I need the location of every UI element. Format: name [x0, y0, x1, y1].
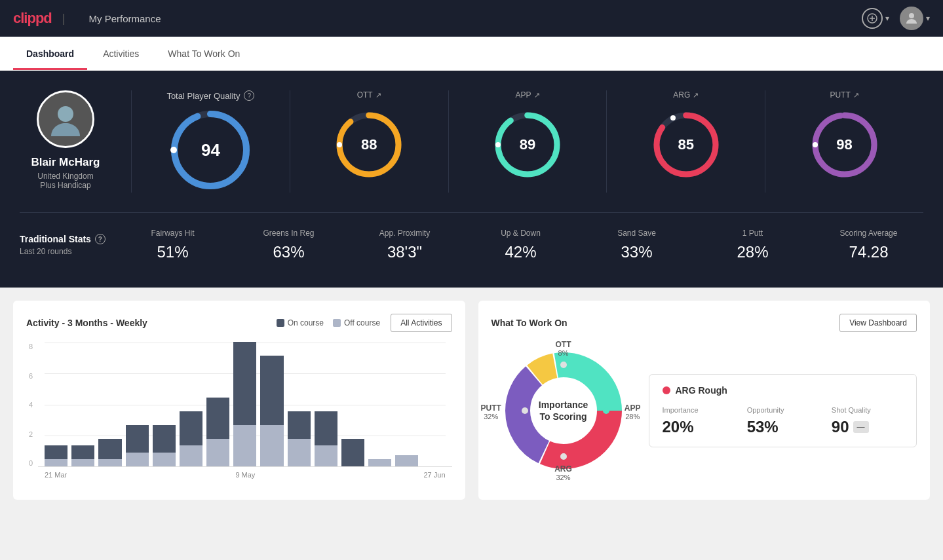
bar-group-3 [126, 425, 149, 466]
bar-on-1 [71, 445, 94, 459]
bar-stack-7 [233, 342, 256, 466]
quality-putt: PUTT ↗ 98 [765, 90, 923, 193]
putt-label: PUTT ↗ [830, 90, 858, 100]
bar-off-4 [153, 453, 176, 466]
app-segment-label: APP [625, 403, 641, 413]
stat-greens-name: Greens In Reg [234, 229, 343, 238]
bar-stack-13 [395, 455, 418, 466]
putt-value: 98 [836, 136, 852, 153]
app-label: APP ↗ [515, 90, 539, 100]
bar-off-2 [98, 459, 121, 466]
chart-bars [38, 343, 452, 467]
y-axis: 8 6 4 2 0 [26, 343, 37, 467]
ott-label: OTT ↗ [357, 90, 381, 100]
traditional-stats: Traditional Stats ? Last 20 rounds Fairw… [20, 212, 923, 261]
bottom-section: Activity - 3 Months - Weekly On course O… [0, 288, 943, 513]
logo-text: clippd [13, 10, 52, 27]
tpq-value: 94 [201, 140, 220, 160]
y-label-4: 4 [26, 401, 33, 409]
trad-stats-help-icon[interactable]: ? [95, 234, 106, 244]
bar-off-10 [315, 445, 337, 466]
putt-arrow: ↗ [853, 91, 859, 100]
stat-oneputt-value: 28% [698, 243, 807, 261]
bar-stack-5 [180, 411, 202, 466]
logo[interactable]: clippd [13, 10, 52, 27]
stat-oneputt-name: 1 Putt [698, 229, 807, 238]
bar-group-10 [315, 411, 337, 466]
chart-legend: On course Off course [277, 318, 381, 327]
all-activities-button[interactable]: All Activities [391, 314, 452, 332]
bar-stack-9 [288, 411, 311, 466]
tpq-help-icon[interactable]: ? [244, 90, 254, 101]
chart-x-labels: 21 Mar 9 May 27 Jun [38, 467, 452, 479]
view-dashboard-button[interactable]: View Dashboard [839, 314, 917, 332]
quality-scores: Total Player Quality ? 94 OTT ↗ [131, 90, 923, 193]
svg-point-25 [531, 378, 596, 443]
tab-what-to-work-on[interactable]: What To Work On [155, 37, 253, 70]
svg-point-14 [495, 142, 501, 147]
putt-segment-label: PUTT [481, 403, 501, 413]
tpq-label: Total Player Quality [166, 91, 240, 101]
nav-right: ▾ ▾ [862, 7, 930, 30]
add-dropdown-arrow[interactable]: ▾ [885, 14, 889, 23]
arg-segment-label: ARG [554, 464, 572, 474]
quality-ott: OTT ↗ 88 [290, 90, 449, 193]
ott-value: 88 [361, 136, 377, 153]
activity-card: Activity - 3 Months - Weekly On course O… [13, 301, 465, 500]
chart-area: 8 6 4 2 0 [26, 343, 452, 487]
user-menu[interactable]: ▾ [900, 7, 930, 30]
arg-rough-card: ARG Rough Importance 20% Opportunity 53%… [649, 374, 917, 447]
tpq-gauge: 94 [168, 107, 253, 193]
putt-segment-value: 32% [481, 413, 501, 420]
ott-gauge: 88 [333, 109, 405, 181]
bar-stack-11 [341, 439, 364, 466]
y-label-6: 6 [26, 372, 33, 380]
user-avatar[interactable] [900, 7, 923, 30]
app-value: 89 [520, 136, 535, 153]
y-label-8: 8 [26, 343, 33, 350]
stat-oneputt: 1 Putt 28% [698, 229, 807, 261]
metric-shotquality-row: 90 — [832, 418, 903, 436]
hero-top: Blair McHarg United Kingdom Plus Handica… [20, 90, 923, 193]
metric-opportunity: Opportunity 53% [747, 406, 818, 436]
donut-label-putt: PUTT 32% [481, 403, 501, 420]
arg-gauge: 85 [650, 109, 722, 181]
bar-group-2 [98, 439, 121, 466]
bar-off-9 [288, 439, 311, 466]
bar-group-8 [260, 356, 283, 466]
stat-sandsave-value: 33% [582, 243, 691, 261]
add-button[interactable] [862, 8, 883, 29]
legend-off-dot [333, 319, 341, 327]
ott-segment-value: 8% [556, 349, 571, 357]
arg-rough-title: ARG Rough [663, 385, 904, 396]
nav-divider: | [62, 12, 66, 26]
bar-stack-0 [45, 445, 67, 466]
wtwo-right: ARG Rough Importance 20% Opportunity 53%… [649, 374, 917, 447]
bar-stack-10 [315, 411, 337, 466]
ott-arrow: ↗ [375, 91, 381, 100]
bar-off-0 [45, 459, 67, 466]
bar-on-4 [153, 425, 176, 453]
bar-group-7 [233, 342, 256, 466]
metric-importance-value: 20% [663, 418, 734, 436]
metric-opportunity-label: Opportunity [747, 406, 818, 414]
wtwo-header: What To Work On View Dashboard [491, 314, 917, 332]
bar-on-0 [45, 445, 67, 459]
x-label-may: 9 May [235, 471, 255, 479]
stat-scoring-value: 74.28 [814, 243, 923, 261]
donut-label-arg: ARG 32% [554, 464, 572, 481]
legend-on-course: On course [277, 318, 324, 327]
wtwo-content: ImportanceTo Scoring OTT 8% APP 28% ARG … [491, 339, 917, 483]
activity-header: Activity - 3 Months - Weekly On course O… [26, 314, 452, 332]
metric-shotquality-badge: — [853, 421, 869, 433]
legend-off-label: Off course [344, 318, 380, 327]
bar-on-9 [288, 411, 311, 439]
bar-group-12 [368, 459, 391, 466]
arg-segment-value: 32% [554, 474, 572, 481]
add-button-group[interactable]: ▾ [862, 8, 889, 29]
stat-fairways: Fairways Hit 51% [118, 229, 227, 261]
bar-stack-12 [368, 459, 391, 466]
user-dropdown-arrow[interactable]: ▾ [926, 14, 930, 23]
tab-dashboard[interactable]: Dashboard [13, 37, 87, 70]
tab-activities[interactable]: Activities [90, 37, 152, 70]
